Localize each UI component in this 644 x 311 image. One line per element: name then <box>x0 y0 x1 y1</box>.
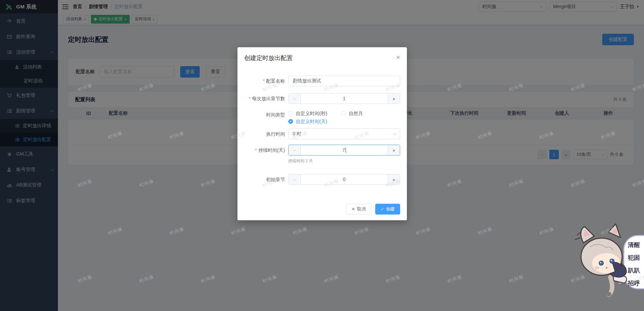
cancel-label: 取消 <box>357 206 366 212</box>
initial-chapter-stepper: − 0 + <box>288 174 400 185</box>
field-label: 每次放出章节数 <box>244 93 285 104</box>
decrement-button[interactable]: − <box>289 145 301 155</box>
radio-custom-seconds[interactable]: 自定义时间(秒) <box>288 110 327 117</box>
radio-label: 自定义时间(秒) <box>296 110 327 117</box>
duration-text: 7 <box>343 147 345 153</box>
field-label: 执行时间 <box>244 129 285 139</box>
radio-label: 自定义时间(天) <box>296 118 327 125</box>
field-label: 时间类型 <box>244 109 285 120</box>
create-button[interactable]: ✓ 创建 <box>375 204 400 215</box>
bubble-option-sleepy[interactable]: 犯困 <box>627 254 640 261</box>
form-row-config-name: 配置名称 剧情放出测试 <box>244 76 400 86</box>
form-row-chapters: 每次放出章节数 − 1 + <box>244 93 400 104</box>
cancel-button[interactable]: ✕ 取消 <box>346 204 371 215</box>
radio-label: 自然月 <box>349 110 363 117</box>
chapters-value[interactable]: 1 <box>301 93 388 104</box>
radio-icon <box>341 111 346 116</box>
desktop-pet-mascot[interactable]: 清醒 犯困 趴趴 招呼 <box>573 222 644 311</box>
close-icon: ✕ <box>352 207 355 211</box>
exec-time-value: 0 时 <box>293 131 301 137</box>
field-label: 持续时间(天) <box>244 145 285 156</box>
radio-icon <box>288 111 293 116</box>
duration-hint: 持续时间 1 天 <box>288 158 400 164</box>
duration-value[interactable]: 7 <box>301 145 388 155</box>
decrement-button[interactable]: − <box>289 93 301 104</box>
form-row-time-type: 时间类型 自定义时间(秒) 自然月 自定义时间(天) <box>244 109 400 125</box>
form-row-exec-time: 执行时间 0 时 <box>244 129 400 139</box>
increment-button[interactable]: + <box>388 174 400 185</box>
exec-time-select[interactable]: 0 时 <box>288 129 400 139</box>
field-label: 配置名称 <box>244 76 285 86</box>
check-icon: ✓ <box>381 207 384 211</box>
chapters-stepper: − 1 + <box>288 93 400 104</box>
form-row-initial-chapter: 初始章节 − 0 + <box>244 174 400 185</box>
field-label: 初始章节 <box>244 174 285 185</box>
text-cursor <box>346 147 346 153</box>
duration-stepper-focused: − 7 + <box>288 145 400 156</box>
bubble-option-liedown[interactable]: 趴趴 <box>627 267 640 274</box>
increment-button[interactable]: + <box>388 145 400 155</box>
chevron-down-icon <box>393 132 397 135</box>
mascot-cat <box>575 224 629 296</box>
initial-chapter-value[interactable]: 0 <box>301 174 388 185</box>
config-name-input[interactable]: 剧情放出测试 <box>288 76 400 86</box>
bubble-option-greet[interactable]: 招呼 <box>627 280 640 287</box>
create-config-dialog: 创建定时放出配置 × 配置名称 剧情放出测试 每次放出章节数 − 1 + 时间类… <box>237 47 407 220</box>
radio-custom-days-selected[interactable]: 自定义时间(天) <box>288 118 400 125</box>
radio-natural-month[interactable]: 自然月 <box>341 110 363 117</box>
time-type-radio-group: 自定义时间(秒) 自然月 自定义时间(天) <box>288 109 400 125</box>
radio-checked-icon <box>288 119 293 124</box>
close-icon[interactable]: × <box>396 54 400 61</box>
create-label: 创建 <box>386 206 395 212</box>
increment-button[interactable]: + <box>388 93 400 104</box>
form-row-duration: 持续时间(天) − 7 + 持续时间 1 天 <box>244 145 400 164</box>
decrement-button[interactable]: − <box>289 174 301 185</box>
bubble-option-awake[interactable]: 清醒 <box>627 242 640 248</box>
dialog-title: 创建定时放出配置 <box>244 54 293 62</box>
